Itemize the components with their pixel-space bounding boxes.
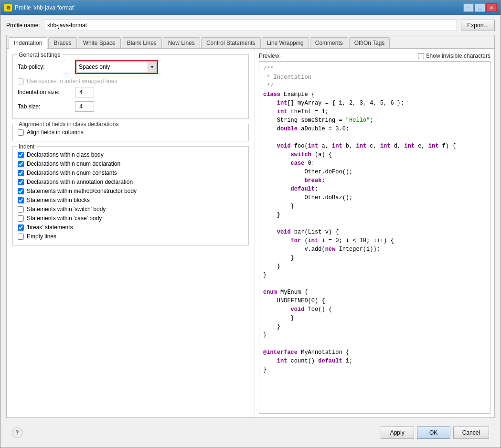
code-line: case 0: <box>263 159 486 168</box>
window-icon: ⚙ <box>4 4 12 11</box>
code-line: @interface MyAnnotation { <box>263 348 486 357</box>
indent-item-3: Declarations within annotation declarati… <box>18 179 244 185</box>
maximize-button[interactable]: □ <box>475 3 485 12</box>
general-settings-section: General settings Tab policy: Spaces only… <box>12 54 249 119</box>
align-fields-checkbox[interactable] <box>18 129 24 136</box>
indent-label-1: Declarations within enum declaration <box>27 160 120 167</box>
indentation-size-label: Indentation size: <box>18 89 75 96</box>
code-line: } <box>263 322 486 331</box>
alignment-section: Alignment of fields in class declaration… <box>12 124 249 141</box>
tab-newlines[interactable]: New Lines <box>163 37 200 48</box>
indent-checkbox-4[interactable] <box>18 188 24 194</box>
align-fields-label: Align fields in columns <box>27 129 84 136</box>
code-line: int theInt = 1; <box>263 107 486 116</box>
indent-checkbox-1[interactable] <box>18 161 24 167</box>
window-content: Profile name: Export... Indentation Brac… <box>0 15 501 448</box>
help-button[interactable]: ? <box>12 427 22 438</box>
show-invisible-checkbox[interactable] <box>418 53 424 59</box>
align-fields-row: Align fields in columns <box>18 129 244 136</box>
code-line: for (int i = 0; i < 10; i++) { <box>263 236 486 245</box>
code-preview[interactable]: /** * Indentation */ class Example { int… <box>259 61 490 414</box>
apply-button[interactable]: Apply <box>381 427 414 439</box>
code-line: class Example { <box>263 90 486 99</box>
close-button[interactable]: ✕ <box>486 3 497 12</box>
code-line <box>263 219 486 228</box>
code-line: Other.doBaz(); <box>263 193 486 202</box>
indent-section-title: Indent <box>17 143 36 150</box>
title-buttons: ─ □ ✕ <box>463 3 497 12</box>
code-line: double aDouble = 3.0; <box>263 125 486 133</box>
indent-label-8: 'break' statements <box>27 224 73 231</box>
tab-controlstatements[interactable]: Control Statements <box>201 37 261 48</box>
code-line: } <box>263 271 486 279</box>
tab-size-row: Tab size: <box>18 101 244 112</box>
indent-checkbox-9[interactable] <box>18 234 24 240</box>
tab-comments[interactable]: Comments <box>310 37 348 48</box>
indent-checkbox-7[interactable] <box>18 215 24 222</box>
indent-checkbox-2[interactable] <box>18 170 24 176</box>
code-line: void foo() { <box>263 305 486 314</box>
tab-size-input[interactable] <box>75 101 94 112</box>
use-spaces-row: Use spaces to indent wrapped lines <box>18 78 244 85</box>
tab-policy-label: Tab policy: <box>18 64 75 70</box>
tabs-container: Indentation Braces White Space Blank Lin… <box>6 35 495 418</box>
code-line: void bar(List v) { <box>263 228 486 236</box>
indent-item-8: 'break' statements <box>18 224 244 231</box>
cancel-button[interactable]: Cancel <box>453 427 489 439</box>
indent-checkbox-3[interactable] <box>18 179 24 185</box>
show-invisible-row: Show invisible characters <box>418 53 490 59</box>
indent-checkbox-5[interactable] <box>18 197 24 203</box>
tab-whitespace[interactable]: White Space <box>78 37 121 48</box>
left-panel: General settings Tab policy: Spaces only… <box>7 49 255 417</box>
code-line: UNDEFINED(0) { <box>263 297 486 305</box>
indent-checkbox-6[interactable] <box>18 206 24 213</box>
bottom-left: ? <box>12 427 22 438</box>
tab-braces[interactable]: Braces <box>48 37 76 48</box>
code-line: default: <box>263 185 486 193</box>
right-panel: Preview: Show invisible characters /** *… <box>255 49 494 417</box>
minimize-button[interactable]: ─ <box>463 3 474 12</box>
export-button[interactable]: Export... <box>461 20 495 31</box>
tab-policy-row: Tab policy: Spaces only Tabs only Mixed … <box>18 60 244 74</box>
tabs-bar: Indentation Braces White Space Blank Lin… <box>7 35 494 49</box>
indentation-size-input[interactable] <box>75 87 94 97</box>
code-line <box>263 279 486 288</box>
tab-linewrapping[interactable]: Line Wrapping <box>262 37 309 48</box>
indent-label-7: Statements within 'case' body <box>27 215 102 222</box>
ok-button[interactable]: OK <box>417 427 450 439</box>
code-line <box>263 340 486 348</box>
code-line: } <box>263 202 486 211</box>
code-line: * Indentation <box>263 73 486 82</box>
indent-label-2: Declarations within enum constants <box>27 170 117 176</box>
code-line: */ <box>263 82 486 90</box>
profile-name-input[interactable] <box>44 20 458 31</box>
preview-header: Preview: Show invisible characters <box>259 53 490 59</box>
title-bar: ⚙ Profile 'xhb-java-format' ─ □ ✕ <box>0 0 501 15</box>
indent-item-4: Statements within method/constructor bod… <box>18 188 244 194</box>
code-line: } <box>263 365 486 374</box>
code-line: enum MyEnum { <box>263 288 486 297</box>
bottom-bar: ? Apply OK Cancel <box>6 422 495 443</box>
tab-indentation[interactable]: Indentation <box>9 37 47 49</box>
general-settings-title: General settings <box>17 52 62 58</box>
preview-label: Preview: <box>259 53 281 59</box>
code-line: } <box>263 314 486 322</box>
title-bar-left: ⚙ Profile 'xhb-java-format' <box>4 4 75 11</box>
indentation-size-row: Indentation size: <box>18 87 244 97</box>
indent-checkbox-8[interactable] <box>18 224 24 231</box>
code-line: void foo(int a, int b, int c, int d, int… <box>263 142 486 150</box>
select-arrow-icon[interactable]: ▼ <box>148 61 157 73</box>
alignment-title: Alignment of fields in class declaration… <box>17 121 120 128</box>
indent-label-9: Empty lines <box>27 233 56 240</box>
indent-checkbox-0[interactable] <box>18 152 24 158</box>
code-line: v.add(new Integer(i)); <box>263 245 486 254</box>
tab-blanklines[interactable]: Blank Lines <box>122 37 162 48</box>
code-line: } <box>263 211 486 219</box>
tab-policy-select[interactable]: Spaces only Tabs only Mixed <box>76 61 148 73</box>
use-spaces-checkbox[interactable] <box>18 78 24 85</box>
code-line: } <box>263 262 486 271</box>
profile-name-label: Profile name: <box>6 22 40 29</box>
tab-offtags[interactable]: Off/On Tags <box>349 37 390 48</box>
indent-item-6: Statements within 'switch' body <box>18 206 244 213</box>
main-window: ⚙ Profile 'xhb-java-format' ─ □ ✕ Profil… <box>0 0 501 448</box>
